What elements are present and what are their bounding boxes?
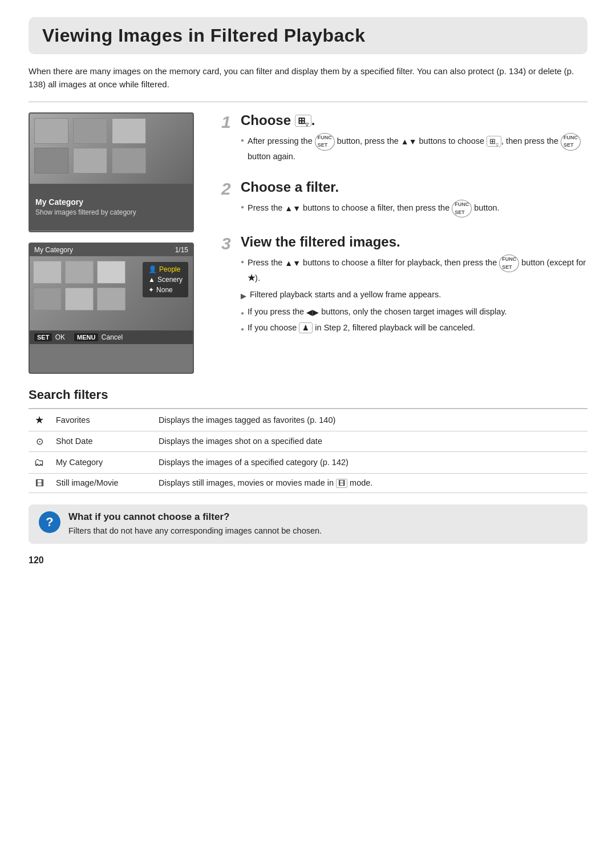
bullet-dot-icon: ●	[241, 257, 244, 266]
step-2-bullet-1: ● Press the ▲▼ buttons to choose a filte…	[241, 200, 587, 217]
tip-body: Filters that do not have any correspondi…	[68, 525, 322, 538]
arrows-ud-icon: ▲▼	[285, 259, 301, 268]
camera-screen-2: My Category 1/15 👤People ▲Scenery	[29, 243, 194, 374]
screen1-image-area	[30, 114, 193, 184]
page-title-box: Viewing Images in Filtered Playback	[29, 17, 587, 54]
step-3-title: View the filtered images.	[241, 234, 587, 250]
tip-content: What if you cannot choose a filter? Filt…	[68, 511, 322, 538]
arrow-icon: ▶	[241, 290, 246, 302]
step-1-bullets: ● After pressing the FUNCSET button, pre…	[241, 133, 587, 163]
tip-title: What if you cannot choose a filter?	[68, 511, 322, 523]
filter-symbol: ⊞▽	[487, 136, 501, 147]
person-icon-symbol: ♟	[299, 322, 313, 333]
screen2-body: 👤People ▲Scenery ✦None	[30, 256, 193, 330]
search-filters-title: Search filters	[29, 387, 587, 402]
footer-cancel: MENU Cancel	[74, 333, 123, 341]
screen1-label-area: My Category Show images filtered by cate…	[30, 184, 193, 231]
menu-item-people: 👤People	[148, 264, 183, 274]
clock-icon: ⊙	[36, 437, 43, 446]
main-content: My Category Show images filtered by cate…	[29, 112, 587, 374]
filter-desc-movie: Displays still images, movies or movies …	[153, 473, 587, 492]
section-divider	[29, 102, 587, 102]
screenshots-column: My Category Show images filtered by cate…	[29, 112, 205, 374]
filter-desc-favorites: Displays the images tagged as favorites …	[153, 409, 587, 431]
page-number: 120	[29, 555, 587, 566]
filter-name-favorites: Favorites	[50, 409, 153, 431]
bullet-dot-icon: ●	[241, 309, 244, 317]
step-3-bullet-3: ● If you press the ◀▶ buttons, only the …	[241, 306, 587, 318]
menu-item-none: ✦None	[148, 285, 183, 295]
filter-desc-shot-date: Displays the images shot on a specified …	[153, 431, 587, 451]
footer-ok: SET OK	[34, 333, 65, 341]
filter-icon-star: ★	[29, 409, 50, 431]
arrows-ud-icon: ▲▼	[401, 137, 417, 146]
filter-name-movie: Still image/Movie	[50, 473, 153, 492]
bullet-dot-icon: ●	[241, 136, 244, 144]
filter-row-movie: 🎞 Still image/Movie Displays still image…	[29, 473, 587, 492]
step-3-bullet-1: ● Press the ▲▼ buttons to choose a filte…	[241, 255, 587, 285]
step-3-bullets: ● Press the ▲▼ buttons to choose a filte…	[241, 255, 587, 334]
func-set-icon: FUNCSET	[315, 133, 335, 151]
filter-name-shot-date: Shot Date	[50, 431, 153, 451]
bullet-dot-icon: ●	[241, 325, 244, 333]
movie-mode-icon: 🎞	[336, 479, 347, 488]
step-1-title: Choose ⊞▽.	[241, 112, 587, 128]
arrows-lr-icon: ◀▶	[306, 307, 319, 316]
screen1-label-sub: Show images filtered by category	[35, 208, 187, 217]
filter-row-shot-date: ⊙ Shot Date Displays the images shot on …	[29, 431, 587, 451]
func-set-icon-3: FUNCSET	[452, 200, 472, 217]
screen2-header-right: 1/15	[175, 246, 188, 254]
star-icon: ★	[35, 414, 44, 426]
filter-desc-my-category: Displays the images of a specified categ…	[153, 451, 587, 473]
steps-column: 1 Choose ⊞▽. ● After pressing the FUNCSE…	[205, 112, 587, 374]
step-1-bullet-1: ● After pressing the FUNCSET button, pre…	[241, 133, 587, 163]
func-set-icon-2: FUNCSET	[561, 133, 581, 151]
step-2-content: Choose a filter. ● Press the ▲▼ buttons …	[241, 179, 587, 221]
step-3-content: View the filtered images. ● Press the ▲▼…	[241, 234, 587, 338]
func-set-icon-4: FUNCSET	[499, 255, 519, 272]
step-3-number: 3	[221, 235, 241, 252]
filters-table: ★ Favorites Displays the images tagged a…	[29, 409, 587, 493]
screen2-footer: SET OK MENU Cancel	[30, 330, 193, 344]
camera-screen-1: My Category Show images filtered by cate…	[29, 112, 194, 232]
filter-row-favorites: ★ Favorites Displays the images tagged a…	[29, 409, 587, 431]
step-2: 2 Choose a filter. ● Press the ▲▼ button…	[221, 179, 587, 221]
step-1: 1 Choose ⊞▽. ● After pressing the FUNCSE…	[221, 112, 587, 167]
page-title: Viewing Images in Filtered Playback	[42, 25, 574, 46]
category-icon: 🗂	[34, 457, 44, 468]
arrows-ud-icon: ▲▼	[285, 204, 301, 213]
step-3: 3 View the filtered images. ● Press the …	[221, 234, 587, 338]
menu-item-scenery: ▲Scenery	[148, 274, 183, 285]
step-2-number: 2	[221, 180, 241, 197]
step-1-content: Choose ⊞▽. ● After pressing the FUNCSET …	[241, 112, 587, 167]
tip-box: ? What if you cannot choose a filter? Fi…	[29, 504, 587, 544]
screen1-label-main: My Category	[35, 197, 187, 207]
screen2-menu: 👤People ▲Scenery ✦None	[143, 262, 188, 297]
step-1-number: 1	[221, 114, 241, 131]
search-filters-section: Search filters ★ Favorites Displays the …	[29, 387, 587, 493]
step-2-title: Choose a filter.	[241, 179, 587, 195]
screen2-header-left: My Category	[34, 246, 73, 254]
bullet-dot-icon: ●	[241, 203, 244, 211]
filter-icon-clock: ⊙	[29, 431, 50, 451]
intro-text: When there are many images on the memory…	[29, 64, 587, 91]
filter-icon: ⊞▽	[295, 115, 311, 127]
filter-icon-movie: 🎞	[29, 473, 50, 492]
menu-btn-label: MENU	[74, 333, 98, 341]
movie-icon: 🎞	[35, 478, 44, 488]
step-2-bullets: ● Press the ▲▼ buttons to choose a filte…	[241, 200, 587, 217]
step-3-bullet-2: ▶ Filtered playback starts and a yellow …	[241, 289, 587, 302]
filter-row-my-category: 🗂 My Category Displays the images of a s…	[29, 451, 587, 473]
step-3-bullet-4: ● If you choose ♟ in Step 2, filtered pl…	[241, 322, 587, 334]
filter-name-my-category: My Category	[50, 451, 153, 473]
set-btn-label: SET	[34, 333, 52, 341]
screen2-header: My Category 1/15	[30, 244, 193, 256]
tip-icon: ?	[39, 511, 60, 533]
filter-icon-category: 🗂	[29, 451, 50, 473]
